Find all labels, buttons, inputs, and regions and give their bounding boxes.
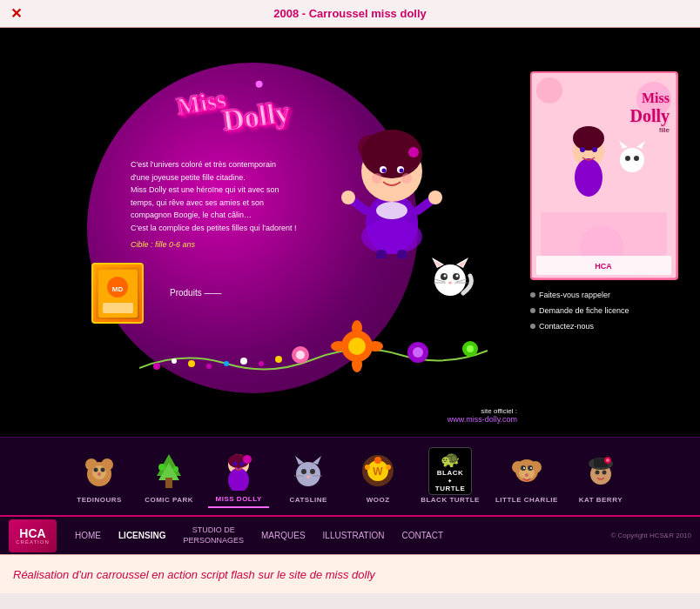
tedinours-label: TEDINOURS	[77, 496, 122, 504]
nav-item-missdolly[interactable]: MISS DOLLY	[208, 445, 269, 508]
svg-rect-61	[103, 303, 133, 313]
svg-point-126	[606, 458, 609, 462]
svg-point-53	[296, 351, 305, 359]
nav-link-contact[interactable]: CONTACT	[396, 529, 448, 542]
svg-point-4	[361, 219, 422, 254]
title-bar: ✕ 2008 - Carroussel miss dolly	[0, 0, 700, 28]
right-panel: HCA Miss Dolly fille Faites-vous rappele…	[530, 71, 683, 334]
svg-point-75	[634, 156, 639, 161]
tedinours-icon	[77, 449, 121, 492]
svg-point-123	[595, 471, 599, 475]
svg-point-67	[573, 126, 604, 151]
missdolly-icon	[217, 448, 260, 492]
nav-link-illustration[interactable]: ILLUSTRATION	[318, 529, 390, 542]
contact-option-2[interactable]: Demande de fiche licence	[530, 303, 683, 318]
nav-link-home[interactable]: HOME	[70, 529, 106, 542]
svg-rect-20	[376, 250, 387, 258]
svg-point-49	[367, 341, 383, 351]
description-text: C'est l'univers coloré et très contempor…	[131, 158, 305, 251]
svg-point-32	[456, 275, 459, 278]
littlecharlie-icon	[505, 449, 549, 492]
svg-point-55	[413, 347, 423, 358]
svg-point-42	[224, 361, 229, 366]
svg-point-101	[310, 469, 315, 474]
svg-point-43	[240, 358, 247, 365]
nav-link-studio[interactable]: STUDIO DE PERSONNAGES	[178, 524, 249, 547]
svg-point-63	[536, 77, 562, 104]
svg-point-12	[400, 169, 404, 173]
nav-item-catsline[interactable]: CATSLINE	[278, 445, 339, 507]
svg-rect-88	[165, 478, 172, 488]
svg-point-90	[173, 466, 178, 472]
svg-point-31	[444, 275, 447, 278]
comicpark-label: COMIC PARK	[145, 496, 193, 504]
svg-point-15	[408, 147, 419, 157]
svg-point-71	[620, 148, 644, 172]
nav-item-littlecharlie[interactable]: LITTLE CHARLIE	[492, 445, 562, 507]
nav-link-licensing[interactable]: LICENSING	[113, 529, 171, 542]
site-officiel: site officiel : www.miss-dolly.com	[448, 407, 517, 424]
svg-text:Miss: Miss	[175, 85, 228, 120]
svg-point-94	[233, 462, 238, 466]
wooz-icon: W	[356, 449, 400, 492]
svg-point-102	[306, 476, 310, 478]
svg-marker-99	[313, 456, 321, 465]
svg-point-18	[341, 191, 355, 204]
svg-point-124	[602, 471, 606, 475]
nav-link-marques[interactable]: MARQUES	[256, 529, 311, 542]
svg-point-33	[448, 282, 452, 284]
svg-text:W: W	[373, 465, 383, 478]
contact-option-3[interactable]: Contactez-nous	[530, 318, 683, 334]
window-title: 2008 - Carroussel miss dolly	[273, 7, 427, 20]
nav-item-comicpark[interactable]: COMIC PARK	[138, 445, 199, 507]
svg-text:Dolly: Dolly	[221, 96, 293, 137]
catsline-label: CATSLINE	[289, 496, 326, 504]
caption-bar: Réalisation d'un carroussel en action sc…	[0, 554, 700, 593]
svg-point-40	[188, 360, 195, 367]
product-thumbnail[interactable]: MD	[91, 263, 144, 324]
flowers-decoration	[139, 307, 514, 389]
hca-logo[interactable]: HCA CRÉATION	[9, 519, 57, 552]
cat-companion	[427, 254, 475, 305]
nav-item-katberry[interactable]: KAT BERRY	[570, 445, 631, 507]
blackturtle-icon: 🐢 BLACK✦ TURTLE	[428, 449, 472, 492]
svg-point-69	[580, 147, 585, 152]
character-nav-strip: TEDINOURS COMIC PARK	[0, 437, 700, 515]
svg-point-2	[255, 80, 263, 88]
nav-item-blackturtle[interactable]: 🐢 BLACK✦ TURTLE BLACK TURTLE	[417, 445, 483, 507]
svg-point-95	[240, 462, 245, 466]
svg-point-47	[348, 338, 366, 355]
svg-point-48	[352, 320, 362, 336]
close-button[interactable]: ✕	[7, 5, 24, 23]
katberry-icon	[579, 449, 623, 492]
svg-point-68	[575, 158, 602, 197]
svg-point-110	[365, 465, 370, 470]
svg-point-100	[301, 469, 306, 474]
comicpark-icon	[147, 449, 191, 492]
svg-point-96	[243, 455, 252, 464]
svg-marker-98	[295, 456, 304, 465]
svg-point-74	[625, 156, 630, 161]
svg-point-45	[275, 356, 282, 363]
svg-point-50	[352, 357, 362, 372]
copyright-text: © Copyright HCS&R 2010	[610, 532, 691, 539]
svg-point-89	[158, 464, 165, 471]
svg-point-57	[467, 345, 474, 352]
svg-point-11	[382, 169, 387, 173]
nav-item-tedinours[interactable]: TEDINOURS	[69, 445, 130, 507]
svg-point-13	[372, 173, 382, 184]
svg-point-84	[101, 468, 105, 472]
svg-point-19	[428, 191, 442, 204]
contact-option-1[interactable]: Faites-vous rappeler	[530, 287, 683, 303]
svg-point-83	[94, 468, 98, 472]
bottom-nav-bar: HCA CRÉATION HOME LICENSING STUDIO DE PE…	[0, 515, 700, 554]
book-cover[interactable]: HCA Miss Dolly fille	[530, 71, 678, 280]
doll-character	[340, 110, 444, 262]
svg-point-108	[374, 457, 381, 464]
produits-link[interactable]: Produits ——	[170, 288, 221, 298]
svg-point-119	[525, 473, 528, 477]
contact-options: Faites-vous rappeler Demande de fiche li…	[530, 287, 683, 334]
svg-point-5	[376, 202, 407, 219]
nav-item-wooz[interactable]: W WOOZ	[347, 445, 408, 507]
svg-text:MD: MD	[111, 285, 123, 293]
